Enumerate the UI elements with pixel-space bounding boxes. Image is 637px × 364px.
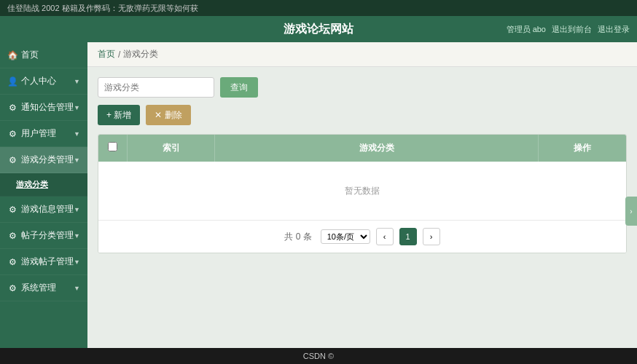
content-area: 查询 + 新增 ✕ 删除 索引 游戏分类 — [87, 67, 637, 264]
chevron-icon-3: ▼ — [74, 130, 80, 138]
header: 游戏论坛网站 管理员 abo 退出到前台 退出登录 — [0, 16, 637, 42]
sidebar: 🏠 首页 👤 个人中心 ▼ ⚙ 通知公告管理 ▼ ⚙ 用户管理 ▼ — [0, 42, 87, 364]
chevron-icon-7: ▼ — [74, 258, 80, 266]
sidebar-notice-label: 通知公告管理 — [21, 101, 74, 114]
main-content: 首页 / 游戏分类 查询 + 新增 ✕ 删除 — [87, 42, 637, 364]
select-all-checkbox[interactable] — [108, 142, 117, 151]
sidebar-item-posts[interactable]: ⚙ 游戏帖子管理 ▼ — [0, 249, 87, 275]
table-body: 暂无数据 — [98, 162, 626, 220]
col-gamecat: 游戏分类 — [215, 135, 539, 162]
admin-label: 管理员 abo — [507, 24, 546, 35]
sidebar-home-label: 首页 — [21, 49, 39, 61]
logout-link[interactable]: 退出登录 — [598, 24, 630, 35]
sidebar-item-users[interactable]: ⚙ 用户管理 ▼ — [0, 121, 87, 147]
video-bar: 佳登陆战 2002 秘籍及作弊码：无敌弹药无限等如何获 — [0, 0, 637, 16]
sidebar-gamecat-label: 游戏分类管理 — [21, 154, 74, 166]
data-table: 索引 游戏分类 操作 暂无数据 共 0 条 10条/页 — [98, 134, 627, 253]
bottom-bar-text: CSDN © — [303, 352, 334, 360]
breadcrumb-current: 游戏分类 — [123, 48, 158, 60]
col-actions: 操作 — [539, 135, 626, 162]
sidebar-system-label: 系统管理 — [21, 282, 56, 294]
sidebar-item-notice[interactable]: ⚙ 通知公告管理 ▼ — [0, 95, 87, 121]
page-1-button[interactable]: 1 — [399, 228, 417, 245]
side-arrow-tab[interactable]: › — [625, 197, 637, 226]
video-bar-text: 佳登陆战 2002 秘籍及作弊码：无敌弹药无限等如何获 — [7, 3, 198, 14]
pagination: 共 0 条 10条/页 20条/页 50条/页 ‹ 1 › — [98, 220, 626, 253]
breadcrumb-sep: / — [118, 50, 120, 60]
sidebar-item-home[interactable]: 🏠 首页 — [0, 42, 87, 68]
action-row: + 新增 ✕ 删除 — [98, 105, 627, 125]
gamecat-icon: ⚙ — [7, 155, 17, 165]
notice-icon: ⚙ — [7, 103, 17, 113]
sidebar-item-gamedata[interactable]: ⚙ 游戏信息管理 ▼ — [0, 197, 87, 223]
sidebar-posts-label: 游戏帖子管理 — [21, 256, 74, 268]
site-title: 游戏论坛网站 — [284, 22, 353, 37]
postcat-icon: ⚙ — [7, 231, 17, 241]
chevron-icon-5: ▼ — [74, 206, 80, 213]
sidebar-item-gamecat[interactable]: ⚙ 游戏分类管理 ▼ — [0, 147, 87, 173]
sidebar-gamedata-label: 游戏信息管理 — [21, 203, 74, 215]
sidebar-profile-label: 个人中心 — [21, 75, 56, 87]
layout: 🏠 首页 👤 个人中心 ▼ ⚙ 通知公告管理 ▼ ⚙ 用户管理 ▼ — [0, 42, 637, 364]
search-input[interactable] — [98, 77, 214, 98]
prev-page-button[interactable]: ‹ — [376, 228, 394, 245]
sidebar-subitem-gamecatsub[interactable]: 游戏分类 — [0, 173, 87, 197]
chevron-icon-8: ▼ — [74, 285, 80, 292]
home-icon: 🏠 — [7, 50, 17, 60]
sidebar-item-system[interactable]: ⚙ 系统管理 ▼ — [0, 275, 87, 301]
breadcrumb: 首页 / 游戏分类 — [87, 42, 637, 67]
chevron-icon-2: ▼ — [74, 104, 80, 111]
sidebar-subitem-label: 游戏分类 — [16, 180, 48, 189]
back-platform-link[interactable]: 退出到前台 — [552, 24, 592, 35]
users-icon: ⚙ — [7, 129, 17, 139]
add-button[interactable]: + 新增 — [98, 105, 140, 125]
sidebar-users-label: 用户管理 — [21, 127, 56, 140]
next-page-button[interactable]: › — [423, 228, 440, 245]
page-size-select[interactable]: 10条/页 20条/页 50条/页 — [321, 229, 370, 244]
bottom-bar: CSDN © — [0, 348, 637, 364]
header-actions: 管理员 abo 退出到前台 退出登录 — [507, 24, 630, 35]
chevron-icon: ▼ — [74, 78, 80, 85]
delete-button[interactable]: ✕ 删除 — [146, 105, 190, 125]
system-icon: ⚙ — [7, 283, 17, 293]
col-checkbox — [98, 135, 128, 162]
search-row: 查询 — [98, 77, 627, 98]
chevron-icon-6: ▼ — [74, 232, 80, 240]
sidebar-item-postcat[interactable]: ⚙ 帖子分类管理 ▼ — [0, 223, 87, 249]
col-index: 索引 — [128, 135, 215, 162]
gamedata-icon: ⚙ — [7, 205, 17, 215]
total-count: 共 0 条 — [284, 231, 311, 243]
sidebar-item-profile[interactable]: 👤 个人中心 ▼ — [0, 68, 87, 95]
search-button[interactable]: 查询 — [220, 77, 258, 98]
breadcrumb-home[interactable]: 首页 — [98, 48, 115, 60]
table-header: 索引 游戏分类 操作 — [98, 135, 626, 162]
empty-text: 暂无数据 — [345, 185, 380, 197]
profile-icon: 👤 — [7, 76, 17, 87]
chevron-icon-4: ▼ — [74, 157, 80, 164]
posts-icon: ⚙ — [7, 257, 17, 267]
sidebar-postcat-label: 帖子分类管理 — [21, 229, 74, 242]
